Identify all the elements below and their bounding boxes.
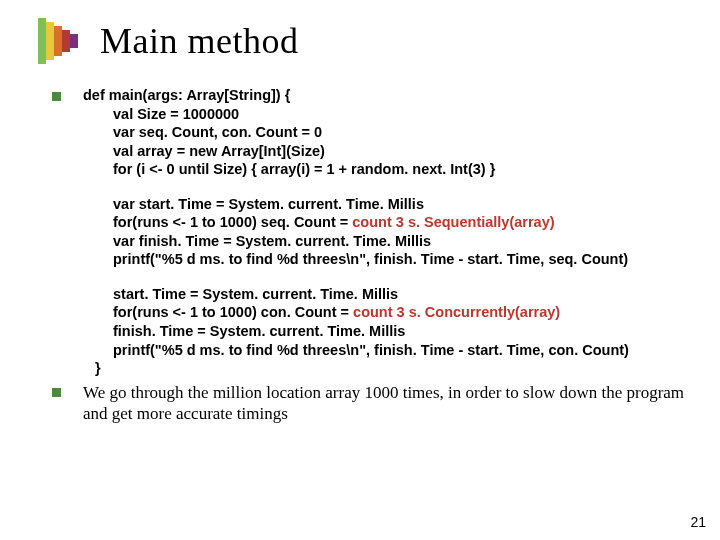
code-line: for (i <- 0 until Size) { array(i) = 1 +…	[83, 160, 629, 179]
title-row: Main method	[38, 18, 298, 64]
code-line: printf("%5 d ms. to find %d threes\n", f…	[83, 341, 629, 360]
slide: Main method def main(args: Array[String]…	[0, 0, 720, 540]
code-line: start. Time = System. current. Time. Mil…	[83, 285, 629, 304]
bullet-icon	[52, 388, 61, 397]
code-text: for(runs <- 1 to 1000) seq. Count =	[113, 214, 352, 230]
code-block: def main(args: Array[String]) { val Size…	[83, 86, 629, 378]
code-line: for(runs <- 1 to 1000) con. Count = coun…	[83, 303, 629, 322]
code-line: for(runs <- 1 to 1000) seq. Count = coun…	[83, 213, 629, 232]
code-line: var start. Time = System. current. Time.…	[83, 195, 629, 214]
code-line: var finish. Time = System. current. Time…	[83, 232, 629, 251]
page-number: 21	[690, 514, 706, 530]
slide-body: def main(args: Array[String]) { val Size…	[52, 86, 686, 424]
code-text: for(runs <- 1 to 1000) con. Count =	[113, 304, 353, 320]
logo-icon	[38, 18, 84, 64]
code-line: finish. Time = System. current. Time. Mi…	[83, 322, 629, 341]
code-line: printf("%5 d ms. to find %d threes\n", f…	[83, 250, 629, 269]
code-highlight: count 3 s. Sequentially(array)	[352, 214, 554, 230]
code-line: val Size = 1000000	[83, 105, 629, 124]
bullet-summary: We go through the million location array…	[52, 382, 686, 425]
code-line: }	[83, 359, 629, 378]
bullet-icon	[52, 92, 61, 101]
bullet-code: def main(args: Array[String]) { val Size…	[52, 86, 686, 378]
code-highlight: count 3 s. Concurrently(array)	[353, 304, 560, 320]
code-line: var seq. Count, con. Count = 0	[83, 123, 629, 142]
code-line: val array = new Array[Int](Size)	[83, 142, 629, 161]
code-line: def main(args: Array[String]) {	[83, 87, 290, 103]
summary-text: We go through the million location array…	[83, 382, 686, 425]
slide-title: Main method	[100, 20, 298, 62]
